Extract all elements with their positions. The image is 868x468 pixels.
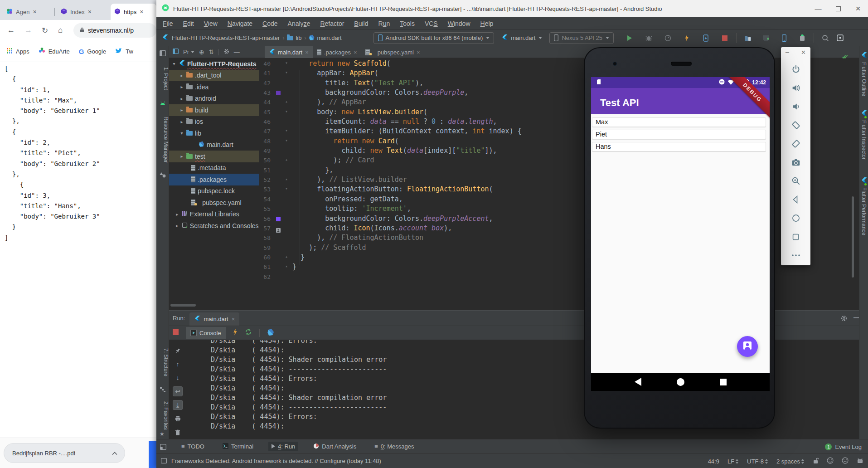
rotate-left-icon[interactable] bbox=[789, 118, 803, 132]
tool-tab-favorites[interactable]: 2: Favorites bbox=[156, 395, 169, 435]
tool-tab-flutter-inspector[interactable]: Flutter Inspector bbox=[859, 110, 868, 160]
home-icon[interactable]: ⌂ bbox=[58, 26, 63, 35]
nav-overview-button[interactable] bbox=[720, 379, 727, 385]
tool-tab-flutter-performance[interactable]: Flutter Performance bbox=[859, 177, 868, 235]
tree-item-pubspec-lock[interactable]: pubspec.lock bbox=[169, 185, 259, 197]
maximize-button[interactable] bbox=[828, 0, 848, 17]
editor-tab-main-dart[interactable]: main.dart× bbox=[265, 46, 313, 58]
tool-tab-project[interactable]: 1: Project bbox=[156, 60, 169, 97]
browser-tab-https[interactable]: https× bbox=[111, 4, 156, 20]
tree-arrow-icon[interactable]: ▸ bbox=[175, 212, 179, 217]
attach-debugger-button[interactable] bbox=[700, 32, 712, 44]
tool-button-terminal[interactable]: Terminal bbox=[219, 442, 257, 452]
inspection-ok-icon[interactable]: ✔✔ bbox=[842, 54, 845, 60]
run-button[interactable] bbox=[624, 32, 635, 44]
settings-gear-icon[interactable] bbox=[841, 315, 847, 323]
home-icon[interactable] bbox=[789, 211, 803, 225]
caret-position[interactable]: 44:9 bbox=[708, 458, 719, 465]
address-bar[interactable]: stevensmax.nl/p bbox=[73, 23, 156, 38]
nav-home-button[interactable] bbox=[677, 378, 684, 386]
tree-item-ios[interactable]: ▸ios bbox=[169, 116, 259, 128]
fold-marker-icon[interactable]: ▾ bbox=[285, 109, 288, 114]
bookmark-apps[interactable]: Apps bbox=[6, 48, 29, 55]
avd-manager-icon[interactable] bbox=[796, 32, 808, 44]
tree-item--idea[interactable]: ▸.idea bbox=[169, 81, 259, 93]
fold-marker-icon[interactable]: ▾ bbox=[285, 138, 288, 143]
close-icon[interactable]: ✕ bbox=[801, 49, 806, 56]
project-tool-icon[interactable] bbox=[160, 50, 166, 58]
event-log[interactable]: 1 Event Log bbox=[825, 439, 862, 454]
nav-back-button[interactable] bbox=[635, 378, 641, 386]
tree-item-lib[interactable]: ▾lib bbox=[169, 127, 259, 139]
fold-marker-icon[interactable]: ▾ bbox=[285, 60, 288, 65]
tool-tab-flutter-outline[interactable]: Flutter Outline bbox=[859, 52, 868, 96]
menu-build[interactable]: Build bbox=[354, 20, 368, 27]
reload-icon[interactable]: ↻ bbox=[42, 26, 48, 35]
tree-item-main-dart[interactable]: main.dart bbox=[169, 139, 259, 151]
menu-edit[interactable]: Edit bbox=[183, 20, 194, 27]
tree-item-android[interactable]: ▸android bbox=[169, 93, 259, 105]
sad-face-icon[interactable] bbox=[842, 457, 849, 465]
layout-inspector-icon[interactable] bbox=[834, 32, 846, 44]
pin-icon[interactable] bbox=[173, 346, 183, 356]
emulator-screen[interactable]: 12:42 Test API DEBUG MaxPietHans bbox=[591, 77, 770, 391]
hot-restart-icon[interactable] bbox=[245, 328, 252, 337]
run-config-selector[interactable]: main.dart bbox=[501, 34, 542, 42]
device-manager-icon[interactable] bbox=[778, 32, 790, 44]
menu-refactor[interactable]: Refactor bbox=[320, 20, 344, 27]
color-swatch[interactable] bbox=[276, 91, 281, 95]
trash-icon[interactable] bbox=[173, 427, 183, 437]
tree-arrow-icon[interactable]: ▸ bbox=[179, 119, 184, 124]
menu-view[interactable]: View bbox=[204, 20, 218, 27]
device-selector[interactable]: Android SDK built for x86 64 (mobile) bbox=[373, 32, 495, 44]
fold-marker-icon[interactable]: ▾ bbox=[285, 128, 288, 133]
menu-code[interactable]: Code bbox=[262, 20, 277, 27]
debug-button[interactable] bbox=[643, 32, 655, 44]
list-item[interactable]: Max bbox=[592, 117, 766, 127]
fold-marker-icon[interactable]: ▴ bbox=[285, 263, 288, 268]
minimize-button[interactable]: — bbox=[808, 0, 828, 17]
more-icon[interactable] bbox=[789, 249, 803, 262]
status-message[interactable]: Frameworks Detected: Android framework i… bbox=[171, 458, 381, 464]
menu-help[interactable]: Help bbox=[480, 20, 494, 27]
editor-tab-pubspec-yaml[interactable]: pubspec.yaml× bbox=[361, 46, 424, 58]
tool-button-0-messages[interactable]: ≡0: Messages bbox=[371, 442, 417, 451]
back-icon[interactable]: ← bbox=[7, 26, 15, 35]
chevron-up-icon[interactable] bbox=[112, 449, 117, 457]
back-icon[interactable] bbox=[789, 193, 803, 206]
menu-navigate[interactable]: Navigate bbox=[228, 20, 252, 27]
download-item[interactable]: Bedrijfsplan RBR -....pdf bbox=[4, 443, 125, 463]
rotate-right-icon[interactable] bbox=[789, 137, 803, 151]
close-button[interactable]: × bbox=[848, 0, 868, 17]
volume-down-icon[interactable] bbox=[789, 100, 803, 113]
target-device-selector[interactable]: Nexus 5 API 25 bbox=[549, 32, 614, 44]
tree-arrow-icon[interactable]: ▾ bbox=[179, 131, 184, 136]
editor-tab-packages[interactable]: .packages× bbox=[313, 46, 361, 58]
robot-icon[interactable] bbox=[857, 458, 863, 465]
list-item[interactable]: Hans bbox=[592, 142, 766, 151]
tree-arrow-icon[interactable]: ▸ bbox=[179, 154, 184, 159]
tree-item-build[interactable]: ▸build bbox=[169, 104, 259, 116]
tree-item-flutter-http-requests[interactable]: ▾Flutter-HTTP-Requests bbox=[169, 58, 259, 70]
tree-arrow-icon[interactable]: ▸ bbox=[179, 73, 184, 78]
menu-vcs[interactable]: VCS bbox=[425, 20, 438, 27]
browser-tab-agen[interactable]: Agen× bbox=[3, 4, 53, 20]
menu-window[interactable]: Window bbox=[448, 20, 470, 27]
close-icon[interactable]: × bbox=[417, 49, 420, 56]
tree-arrow-icon[interactable]: ▾ bbox=[172, 61, 176, 66]
breadcrumb-file[interactable]: main.dart bbox=[317, 34, 341, 41]
encoding-selector[interactable]: UTF-8 bbox=[747, 458, 768, 465]
editor-scrollbar[interactable] bbox=[852, 196, 854, 278]
forward-icon[interactable]: → bbox=[24, 26, 32, 35]
console-tab[interactable]: Console bbox=[186, 327, 226, 339]
color-swatch[interactable] bbox=[276, 217, 281, 221]
indent-selector[interactable]: 2 spaces bbox=[776, 458, 805, 465]
hot-reload-button[interactable] bbox=[681, 32, 693, 44]
fold-marker-icon[interactable]: ▾ bbox=[285, 186, 288, 191]
tree-item-pubspec-yaml[interactable]: pubspec.yaml bbox=[169, 197, 259, 209]
volume-up-icon[interactable] bbox=[789, 81, 803, 95]
close-icon[interactable]: × bbox=[305, 49, 309, 56]
profiler-button[interactable] bbox=[662, 32, 674, 44]
camera-icon[interactable] bbox=[789, 156, 803, 169]
tree-item-test[interactable]: ▸test bbox=[169, 151, 259, 162]
